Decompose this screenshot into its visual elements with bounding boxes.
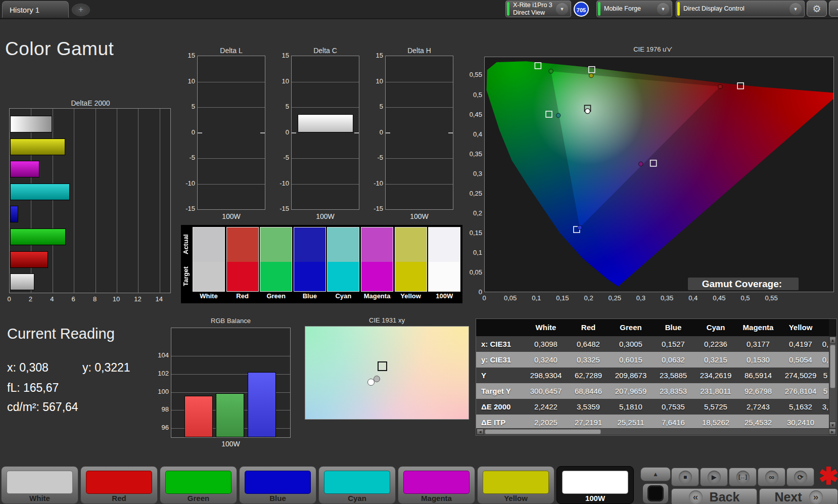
table-cell: 234,2619 [694,368,737,383]
scroll-right-arrow[interactable]: ► [829,429,836,435]
y-tick-label: 15 [275,52,289,59]
table-cell: White [525,319,567,336]
patch-label: Magenta [398,494,475,502]
table-cell: Blue [652,319,694,336]
table-row-y[interactable]: Y298,930462,7289209,867323,5885234,26198… [476,368,829,383]
strip-target-swatch [429,262,460,291]
pattern-source-dropdown[interactable]: Mobile Forge ▼ [596,1,672,17]
meter-status-stripe [507,2,509,16]
patch-swatch [7,471,73,494]
gamut-coverage-readout: Gamut Coverage: 74,2% [688,278,799,290]
table-h-scrollbar[interactable]: ◄► [476,428,836,435]
patch-button-white[interactable]: White [1,466,78,504]
scroll-thumb[interactable] [485,429,601,434]
table-row-target-y[interactable]: Target Y300,645768,8446207,965923,835323… [476,383,829,399]
reading-cdm2: cd/m²: 567,64 [7,400,78,414]
delta-chart-x-label: 100W [291,212,359,220]
deltae2000-title: DeltaE 2000 [9,99,172,107]
transport-stop-button[interactable]: ■ [671,468,699,486]
y-tick-label: 0 [369,128,383,136]
next-button[interactable]: Next » [759,488,838,504]
table-header-row[interactable]: WhiteRedGreenBlueCyanMagentaYellow [476,319,829,336]
cie1976-y-tick: 0,55 [468,71,482,78]
table-cell: 207,9659 [610,383,652,399]
strip-target-swatch [328,262,359,291]
transport-play-button[interactable]: ▶ [700,468,728,486]
table-v-scrollbar[interactable]: ▲▼ [829,336,836,429]
cie1931-marker-circle [367,379,375,386]
next-label: Next [774,490,802,504]
zero-tick [386,132,390,133]
cie1976-x-tick: 0,15 [553,294,572,302]
patch-swatch [165,471,231,494]
corner-collapse-button[interactable]: ◀ [829,1,838,17]
table-cell: 0, [822,352,829,368]
deltae-bar-blue [10,206,18,222]
meter-count-badge[interactable]: 705 [574,2,589,17]
table-cell: 68,8446 [567,383,610,399]
strip-actual-swatch [227,227,258,262]
gridline [386,107,453,108]
patch-label: Red [81,494,157,502]
table-cell: 0,2236 [694,336,737,352]
table-cell: 0,3177 [737,336,779,352]
scroll-left-arrow[interactable]: ◄ [477,429,484,435]
table-cell: 0,3005 [610,336,652,352]
table-cell: 0,6015 [610,352,652,368]
reading-fl-value: 165,67 [23,381,59,394]
strip-actual-swatch [361,227,393,262]
patch-button-magenta[interactable]: Magenta [398,466,475,504]
transport-refresh-button[interactable]: ⟳ [786,468,814,486]
patch-label: White [2,494,78,502]
add-tab-button[interactable]: + [72,4,90,16]
meter-device-dropdown[interactable]: X-Rite i1Pro 3 Direct View ▼ [505,1,571,17]
y-tick-label: -5 [181,154,195,161]
x-tick-label: 12 [132,295,143,303]
patch-button-blue[interactable]: Blue [239,466,316,504]
gridline [198,158,265,159]
table-cell: 0,3098 [525,336,567,352]
patch-button-100w[interactable]: 100W [556,466,634,504]
tab-history-1[interactable]: History 1 [2,1,69,18]
blackout-patch-button[interactable] [642,483,669,504]
scroll-thumb[interactable] [830,345,835,388]
reading-y-value: 0,3221 [95,361,130,374]
chevron-down-icon: ▼ [789,3,802,15]
table-cell: 5 [822,383,829,399]
patch-button-green[interactable]: Green [160,466,237,504]
table-cell: 231,8011 [694,383,737,399]
x-tick-label: 8 [90,295,100,303]
strip-column-red [227,227,258,291]
y-tick-label: -15 [369,205,383,212]
gridline [292,158,359,159]
table-cell: Green [610,319,652,336]
table-row--e-2000[interactable]: ΔE 20002,24223,53595,18100,75355,57252,7… [476,399,829,415]
gridline [292,82,359,82]
x-tick-label: 10 [111,295,121,303]
reading-y: y: 0,3221 [82,361,130,375]
measured-marker-red [718,84,722,88]
patch-button-red[interactable]: Red [80,466,158,504]
table-cell: 62,7289 [567,368,610,383]
range-icon: [↔] [736,471,750,484]
display-control-dropdown[interactable]: Direct Display Control ▼ [676,1,805,17]
actual-target-strip: Actual Target WhiteRedGreenBlueCyanMagen… [181,225,462,303]
patch-button-yellow[interactable]: Yellow [477,466,554,504]
table-cell: 3,5359 [567,399,610,415]
rgb-y-tick: 100 [154,388,169,395]
panel-collapse-button[interactable]: ▲ [640,467,671,481]
strip-actual-swatch [294,227,325,262]
scroll-down-arrow[interactable]: ▼ [829,422,836,429]
table-row-y-cie31[interactable]: y: CIE310,32400,33250,60150,06320,32150,… [476,352,829,368]
table-cell: 0,7535 [652,399,694,415]
table-cell: 0,1530 [737,352,779,368]
scroll-up-arrow[interactable]: ▲ [829,337,836,344]
table-row-x-cie31[interactable]: x: CIE310,30980,64820,30050,15270,22360,… [476,336,829,352]
back-button[interactable]: « Back [671,488,757,504]
transport-loop-button[interactable]: ∞ [758,468,785,486]
transport-range-button[interactable]: [↔] [729,468,757,486]
patch-swatch [86,471,152,494]
patch-button-cyan[interactable]: Cyan [318,466,396,504]
table-cell: 5 [822,368,829,383]
settings-button[interactable]: ⚙ [807,1,827,17]
